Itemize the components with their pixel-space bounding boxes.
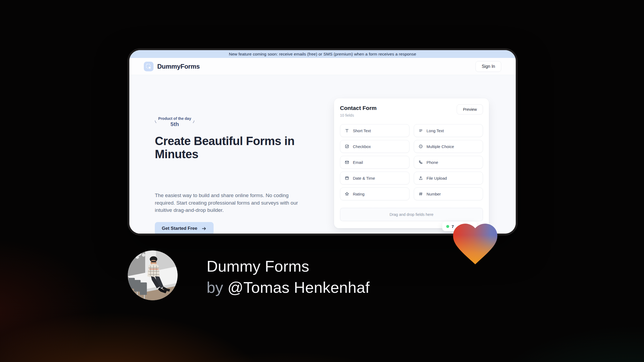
brand-name: DummyForms — [157, 63, 200, 70]
arrow-right-icon — [202, 226, 207, 231]
phone-icon — [418, 160, 423, 165]
footer-title: Dummy Forms by @Tomas Henkenhaf — [207, 256, 370, 298]
get-started-label: Get Started Free — [162, 226, 197, 231]
hero-headline: Create Beautiful Forms in Minutes — [155, 134, 305, 161]
field-label: Long Text — [427, 128, 444, 133]
hero-description: The easiest way to build and share onlin… — [155, 192, 310, 214]
form-builder-panel: Contact Form 10 fields Preview Short Tex… — [334, 98, 489, 228]
laurel-left-icon — [155, 115, 157, 128]
field-number-button[interactable]: Number — [414, 187, 483, 200]
field-file-upload-button[interactable]: File Upload — [414, 172, 483, 184]
upload-icon — [418, 176, 423, 180]
field-short-text-button[interactable]: Short Text — [340, 124, 409, 137]
field-phone-button[interactable]: Phone — [414, 156, 483, 169]
get-started-button[interactable]: Get Started Free — [155, 222, 214, 234]
long-text-icon — [418, 128, 423, 133]
field-label: File Upload — [427, 176, 447, 180]
field-label: Date & Time — [353, 176, 375, 180]
field-label: Email — [353, 160, 363, 165]
sign-in-button[interactable]: Sign In — [475, 61, 501, 72]
hero-section: Product of the day 5th Create Beautiful … — [129, 75, 516, 234]
announcement-text: New feature coming soon: receive emails … — [229, 52, 416, 57]
field-label: Phone — [427, 160, 438, 165]
promo-canvas: New feature coming soon: receive emails … — [0, 0, 644, 362]
calendar-icon — [345, 176, 349, 180]
field-label: Number — [427, 192, 441, 196]
byline-prefix: by — [207, 279, 228, 296]
author-avatar — [128, 250, 178, 300]
field-type-grid: Short TextLong TextCheckboxMultiple Choi… — [340, 124, 483, 200]
byline-author: @Tomas Henkenhaf — [228, 279, 370, 296]
award-title: Product of the day — [158, 116, 191, 121]
field-label: Short Text — [353, 128, 371, 133]
gradient-heart-icon — [449, 216, 502, 267]
product-of-the-day-badge: Product of the day 5th — [155, 115, 195, 128]
field-label: Rating — [353, 192, 364, 196]
footer-title-line1: Dummy Forms — [207, 256, 370, 277]
field-email-button[interactable]: Email — [340, 156, 409, 169]
radio-icon — [418, 144, 423, 149]
award-rank: 5th — [158, 121, 191, 127]
browser-window: New feature coming soon: receive emails … — [129, 50, 516, 234]
hash-icon — [418, 191, 423, 196]
field-multiple-choice-button[interactable]: Multiple Choice — [414, 140, 483, 153]
checkbox-icon — [345, 144, 349, 149]
field-date-time-button[interactable]: Date & Time — [340, 172, 409, 184]
dropzone-text: Drag and drop fields here — [390, 212, 434, 217]
envelope-icon — [345, 160, 349, 165]
field-rating-button[interactable]: Rating — [340, 187, 409, 200]
brand: DummyForms — [144, 62, 200, 71]
star-icon — [345, 191, 349, 196]
short-text-icon — [345, 128, 349, 133]
site-header: DummyForms Sign In — [129, 58, 516, 75]
field-checkbox-button[interactable]: Checkbox — [340, 140, 409, 153]
announcement-banner: New feature coming soon: receive emails … — [129, 50, 516, 58]
preview-button[interactable]: Preview — [457, 104, 483, 114]
field-long-text-button[interactable]: Long Text — [414, 124, 483, 137]
footer-byline: by @Tomas Henkenhaf — [207, 277, 370, 298]
dummyforms-logo-icon — [144, 62, 153, 71]
field-label: Checkbox — [353, 144, 371, 149]
laurel-right-icon — [193, 115, 195, 128]
field-label: Multiple Choice — [427, 144, 454, 149]
